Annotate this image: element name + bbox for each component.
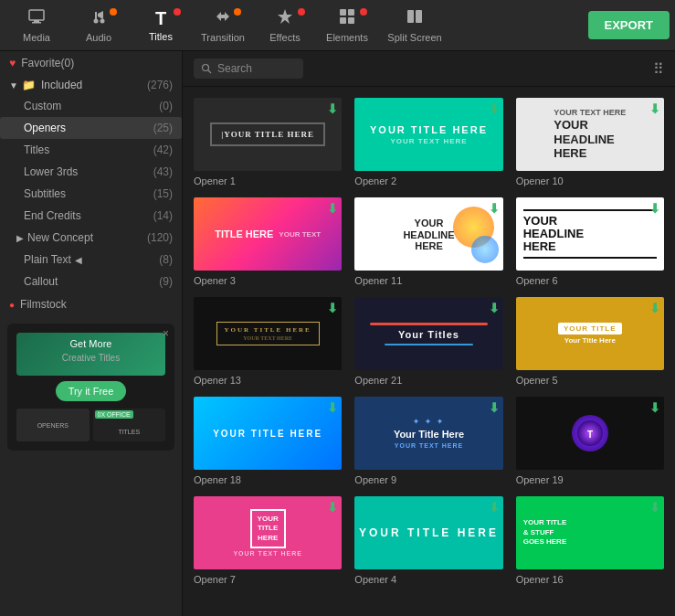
grid-toggle-icon[interactable]: ⠿: [653, 60, 664, 78]
search-label: Search: [217, 62, 252, 75]
sidebar-plain-text-label: Plain Text: [24, 253, 71, 266]
list-item[interactable]: TITLE HERE YOUR TEXT ⬇ Opener 3: [192, 196, 343, 286]
opener-9-thumb: ✦ ✦ ✦ Your Title Here YOUR TEXT HERE ⬇: [353, 395, 504, 472]
opener-11-label: Opener 11: [353, 272, 504, 286]
sidebar: ♥ Favorite (0) ▼ 📁 Included (276) Custom…: [0, 51, 183, 616]
opener-1-label: Opener 1: [192, 173, 343, 186]
download-icon: ⬇: [327, 500, 338, 515]
titles-badge: [174, 8, 181, 16]
download-icon: ⬇: [327, 201, 338, 216]
sidebar-custom[interactable]: Custom (0): [0, 95, 182, 117]
toolbar-transition[interactable]: Transition: [192, 3, 254, 48]
list-item[interactable]: |YOUR TITLE HERE ⬇ Opener 1: [192, 96, 343, 186]
elements-icon: [338, 7, 356, 30]
included-arrow-icon: ▼: [9, 80, 18, 90]
sidebar-subtitles-label: Subtitles: [24, 187, 66, 200]
effects-icon: [276, 7, 294, 30]
effects-badge: [298, 8, 305, 16]
opener-6-thumb: YOURHEADLINEHERE ⬇: [514, 196, 666, 272]
folder-icon: 📁: [22, 79, 36, 91]
opener-5-thumb: YOUR TITLE Your Title Here ⬇: [514, 295, 666, 372]
svg-rect-10: [348, 17, 354, 24]
sidebar-new-concept[interactable]: ▶ New Concept (120): [0, 227, 182, 249]
new-concept-arrow-icon: ▶: [16, 233, 24, 243]
list-item[interactable]: YOURHEADLINEHERE ⬇ Opener 6: [514, 196, 666, 286]
download-icon: ⬇: [489, 201, 500, 216]
sidebar-included-header[interactable]: ▼ 📁 Included (276): [0, 75, 182, 95]
download-icon: ⬇: [649, 500, 660, 515]
toolbar-audio-label: Audio: [86, 32, 111, 43]
sidebar-subtitles[interactable]: Subtitles (15): [0, 183, 182, 205]
svg-line-14: [208, 70, 212, 74]
sidebar-filmstock-label: Filmstock: [20, 298, 67, 311]
opener-18-label: Opener 18: [192, 472, 343, 485]
opener-2-thumb: YOUR TITLE HERE YOUR TEXT HERE ⬇: [353, 96, 504, 173]
toolbar-audio[interactable]: Audio: [68, 3, 130, 48]
list-item[interactable]: YOUR TEXT HERE YOUR HEADLINE HERE ⬇ Open…: [514, 96, 666, 186]
svg-rect-12: [416, 10, 422, 23]
toolbar-elements-label: Elements: [326, 32, 368, 43]
sidebar-lower-3rds-count: (43): [153, 165, 173, 178]
download-icon: ⬇: [649, 101, 660, 116]
sidebar-plain-text-count: (8): [159, 253, 173, 266]
titles-icon: T: [155, 8, 166, 29]
sidebar-openers[interactable]: Openers (25): [0, 117, 182, 139]
ad-try-button[interactable]: Try it Free: [56, 381, 127, 401]
list-item[interactable]: ✦ ✦ ✦ Your Title Here YOUR TEXT HERE ⬇ O…: [353, 395, 504, 485]
toolbar: Media Audio T Titles Transition Effects …: [0, 0, 675, 51]
sidebar-titles-label: Titles: [24, 143, 49, 156]
opener-2-label: Opener 2: [353, 173, 504, 186]
toolbar-effects[interactable]: Effects: [254, 3, 316, 48]
sidebar-favorite[interactable]: ♥ Favorite (0): [0, 51, 182, 75]
opener-7-thumb: YOURTITLEHERE YOUR TEXT HERE ⬇: [192, 494, 343, 571]
sidebar-included-label: Included: [41, 79, 82, 91]
opener-13-label: Opener 13: [192, 372, 343, 386]
download-icon: ⬇: [327, 301, 338, 315]
list-item[interactable]: YOUR TITLE HERE ⬇ Opener 18: [192, 395, 343, 485]
filmstock-dot-icon: ●: [9, 300, 15, 310]
list-item[interactable]: YOUR TITLE HERE ⬇ Opener 4: [353, 494, 504, 585]
sidebar-callout[interactable]: Callout (9): [0, 271, 182, 292]
opener-10-label: Opener 10: [514, 173, 666, 186]
export-button[interactable]: EXPORT: [588, 11, 670, 39]
svg-rect-1: [34, 20, 39, 22]
list-item[interactable]: YOUR TITLE Your Title Here ⬇ Opener 5: [514, 295, 666, 386]
plain-text-arrow-icon: ◀: [75, 255, 82, 265]
sidebar-titles[interactable]: Titles (42): [0, 139, 182, 161]
sidebar-callout-label: Callout: [24, 275, 58, 288]
toolbar-titles[interactable]: T Titles: [130, 3, 192, 48]
list-item[interactable]: YOUR TITLE HERE YOUR TEXT HERE ⬇ Opener …: [192, 295, 343, 386]
sidebar-lower-3rds[interactable]: Lower 3rds (43): [0, 161, 182, 183]
svg-marker-6: [278, 9, 292, 24]
sidebar-filmstock[interactable]: ● Filmstock: [0, 292, 182, 316]
sidebar-included-count: (276): [147, 79, 173, 91]
download-icon: ⬇: [489, 500, 500, 515]
svg-rect-11: [407, 10, 414, 23]
opener-16-thumb: YOUR TITLE& STUFFGOES HERE ⬇: [514, 494, 666, 571]
search-box[interactable]: Search: [194, 58, 303, 79]
sidebar-subtitles-count: (15): [153, 187, 173, 200]
audio-icon: [90, 7, 108, 30]
list-item[interactable]: T ⬇ Opener 19: [514, 395, 666, 485]
download-icon: ⬇: [327, 400, 338, 415]
list-item[interactable]: YOURTITLEHERE YOUR TEXT HERE ⬇ Opener 7: [192, 494, 343, 585]
sidebar-plain-text[interactable]: Plain Text ◀ (8): [0, 249, 182, 271]
sidebar-end-credits[interactable]: End Credits (14): [0, 205, 182, 227]
toolbar-split-screen[interactable]: Split Screen: [378, 3, 451, 48]
ad-title: Get More: [22, 338, 160, 349]
toolbar-media[interactable]: Media: [5, 3, 68, 48]
sidebar-new-concept-label: New Concept: [27, 231, 93, 244]
sidebar-custom-count: (0): [159, 100, 173, 112]
opener-19-thumb: T ⬇: [514, 395, 666, 472]
main-layout: ♥ Favorite (0) ▼ 📁 Included (276) Custom…: [0, 51, 675, 616]
opener-3-thumb: TITLE HERE YOUR TEXT ⬇: [192, 196, 343, 272]
list-item[interactable]: YOUR TITLE HERE YOUR TEXT HERE ⬇ Opener …: [353, 96, 504, 186]
list-item[interactable]: Your Titles ⬇ Opener 21: [353, 295, 504, 386]
opener-18-thumb: YOUR TITLE HERE ⬇: [192, 395, 343, 472]
list-item[interactable]: YOUR HEADLINE HERE ⬇ Opener 11: [353, 196, 504, 286]
svg-rect-0: [29, 10, 44, 20]
list-item[interactable]: YOUR TITLE& STUFFGOES HERE ⬇ Opener 16: [514, 494, 666, 585]
ad-close-button[interactable]: ×: [163, 327, 169, 340]
sidebar-favorite-count: (0): [60, 57, 74, 69]
toolbar-elements[interactable]: Elements: [316, 3, 378, 48]
